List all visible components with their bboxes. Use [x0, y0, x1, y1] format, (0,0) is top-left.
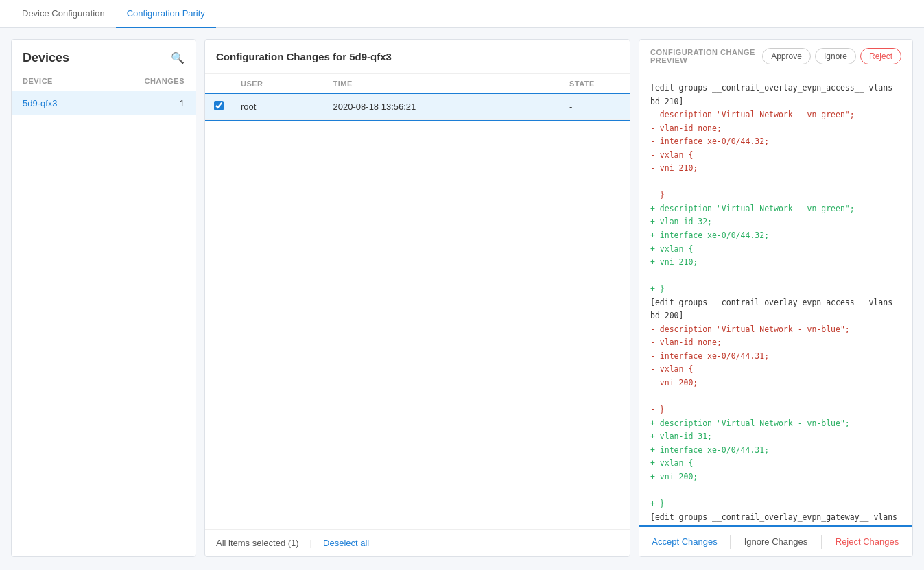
- preview-panel: CONFIGURATION CHANGE PREVIEW Approve Ign…: [639, 39, 913, 557]
- device-changes: 1: [180, 98, 185, 108]
- preview-line: - vni 200;: [650, 378, 698, 388]
- preview-line: - }: [650, 190, 665, 200]
- device-table-header: DEVICE CHANGES: [12, 71, 196, 91]
- tab-device-configuration[interactable]: Device Configuration: [11, 0, 116, 28]
- row-state: -: [561, 94, 630, 120]
- reject-changes-button[interactable]: Reject Changes: [822, 527, 912, 556]
- preview-line: - interface xe-0/0/44.31;: [650, 351, 769, 361]
- preview-line: + vxlan {: [650, 244, 693, 254]
- config-changes-panel: Configuration Changes for 5d9-qfx3 USER …: [204, 39, 630, 557]
- preview-line: [650, 271, 655, 281]
- separator: |: [310, 538, 312, 548]
- preview-line: [edit groups __contrail_overlay_evpn_acc…: [650, 298, 897, 321]
- preview-line: - vlan-id none;: [650, 123, 722, 133]
- preview-title: CONFIGURATION CHANGE PREVIEW: [650, 48, 762, 64]
- preview-line: + vni 200;: [650, 472, 698, 482]
- preview-footer: Accept Changes Ignore Changes Reject Cha…: [639, 525, 912, 556]
- col-user-header: USER: [233, 74, 325, 94]
- preview-line: + vni 210;: [650, 257, 698, 267]
- row-checkbox-cell[interactable]: [205, 94, 233, 120]
- main-container: Devices 🔍 DEVICE CHANGES 5d9-qfx3 1 Conf…: [0, 28, 924, 568]
- preview-line: + vxlan {: [650, 458, 693, 468]
- preview-line: - interface xe-0/0/44.32;: [650, 136, 769, 146]
- row-checkbox[interactable]: [214, 101, 224, 110]
- preview-line: - description "Virtual Network - vn-gree…: [650, 110, 855, 119]
- preview-header: CONFIGURATION CHANGE PREVIEW Approve Ign…: [639, 40, 912, 73]
- preview-line: + }: [650, 499, 665, 508]
- devices-title: Devices: [23, 51, 69, 65]
- devices-panel: Devices 🔍 DEVICE CHANGES 5d9-qfx3 1: [11, 39, 196, 557]
- preview-line: - vxlan {: [650, 364, 693, 374]
- table-row[interactable]: root 2020-08-18 13:56:21 -: [205, 94, 630, 120]
- preview-line: - }: [650, 405, 665, 414]
- col-checkbox-header: [205, 74, 233, 94]
- config-footer: All items selected (1) | Deselect all: [205, 529, 630, 556]
- row-time: 2020-08-18 13:56:21: [325, 94, 561, 120]
- ignore-button[interactable]: Ignore: [815, 48, 856, 64]
- preview-line: - description "Virtual Network - vn-blue…: [650, 324, 850, 334]
- tab-configuration-parity[interactable]: Configuration Parity: [116, 0, 216, 28]
- preview-line: [650, 177, 655, 187]
- preview-content: [edit groups __contrail_overlay_evpn_acc…: [639, 73, 912, 525]
- preview-header-actions: Approve Ignore Reject: [762, 48, 901, 64]
- col-changes-label: CHANGES: [144, 77, 185, 85]
- selected-count-text: All items selected (1): [216, 538, 299, 548]
- reject-button[interactable]: Reject: [860, 48, 901, 64]
- ignore-changes-button[interactable]: Ignore Changes: [731, 527, 821, 556]
- preview-line: [650, 392, 655, 401]
- preview-line: + vlan-id 31;: [650, 431, 712, 441]
- config-table-area: USER TIME STATE root 2020-08-18 13:56:21: [205, 74, 630, 529]
- accept-changes-button[interactable]: Accept Changes: [639, 527, 730, 556]
- preview-line: - vxlan {: [650, 150, 693, 160]
- row-user: root: [233, 94, 325, 120]
- device-name: 5d9-qfx3: [23, 98, 180, 108]
- preview-line: + }: [650, 284, 665, 294]
- preview-line: [edit groups __contrail_overlay_evpn_acc…: [650, 83, 897, 106]
- top-nav: Device Configuration Configuration Parit…: [0, 0, 924, 28]
- devices-header: Devices 🔍: [12, 40, 196, 71]
- deselect-all-link[interactable]: Deselect all: [323, 538, 369, 548]
- preview-line: - vlan-id none;: [650, 337, 722, 347]
- col-device-label: DEVICE: [23, 77, 144, 85]
- preview-line: + description "Virtual Network - vn-gree…: [650, 204, 855, 213]
- search-icon[interactable]: 🔍: [171, 51, 185, 64]
- preview-line: [edit groups __contrail_overlay_evpn_gat…: [650, 512, 902, 526]
- preview-line: [650, 485, 655, 495]
- config-table: USER TIME STATE root 2020-08-18 13:56:21: [205, 74, 630, 120]
- preview-line: - vni 210;: [650, 163, 698, 173]
- config-changes-title: Configuration Changes for 5d9-qfx3: [216, 51, 392, 62]
- preview-line: + vlan-id 32;: [650, 217, 712, 226]
- preview-line: + interface xe-0/0/44.31;: [650, 445, 769, 455]
- approve-button[interactable]: Approve: [762, 48, 811, 64]
- config-changes-header: Configuration Changes for 5d9-qfx3: [205, 40, 630, 74]
- preview-line: + description "Virtual Network - vn-blue…: [650, 418, 850, 428]
- device-row[interactable]: 5d9-qfx3 1: [12, 91, 196, 115]
- col-state-header: STATE: [561, 74, 630, 94]
- col-time-header: TIME: [325, 74, 561, 94]
- preview-line: + interface xe-0/0/44.32;: [650, 230, 769, 240]
